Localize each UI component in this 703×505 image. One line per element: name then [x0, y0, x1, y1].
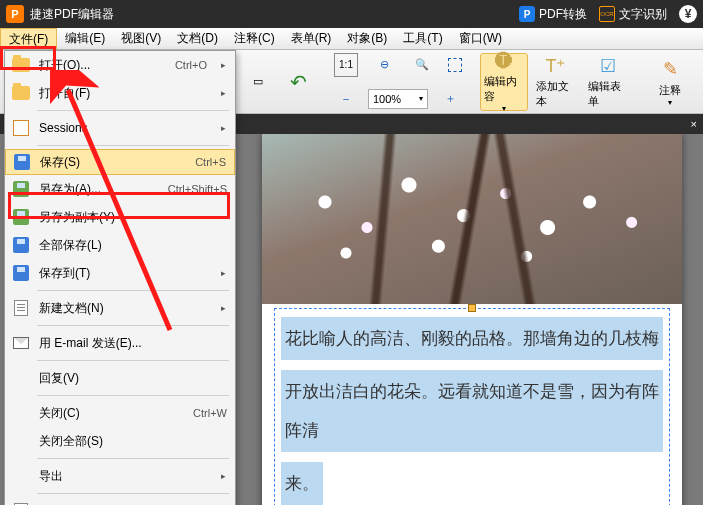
- menu-view[interactable]: 视图(V): [113, 28, 169, 49]
- menu-tools[interactable]: 工具(T): [395, 28, 450, 49]
- toolbar-selection-icon[interactable]: ▭: [240, 67, 276, 97]
- pdf-convert-icon: P: [519, 6, 535, 22]
- menu-new-doc[interactable]: 新建文档(N) ▸: [5, 294, 235, 322]
- save-icon: [14, 154, 30, 170]
- menu-save-all[interactable]: 全部保存(L): [5, 231, 235, 259]
- document-image: [262, 134, 682, 304]
- zoom-plus-icon[interactable]: ＋: [434, 84, 466, 114]
- document-view[interactable]: 花比喻人的高洁、刚毅的品格。那墙角边的几枝梅 开放出洁白的花朵。远看就知道不是雪…: [240, 134, 703, 505]
- mail-icon: [13, 337, 29, 349]
- text-line[interactable]: 花比喻人的高洁、刚毅的品格。那墙角边的几枝梅: [281, 317, 663, 360]
- menu-form[interactable]: 表单(R): [283, 28, 340, 49]
- edit-form-button[interactable]: ☑ 编辑表单: [584, 53, 632, 111]
- save-all-icon: [13, 237, 29, 253]
- menu-document[interactable]: 文档(D): [169, 28, 226, 49]
- edit-content-button[interactable]: 🅣 编辑内容 ▾: [480, 53, 528, 111]
- menu-revert[interactable]: 回复(V): [5, 364, 235, 392]
- zoom-tool-icon[interactable]: 🔍: [406, 50, 438, 80]
- menu-object[interactable]: 对象(B): [339, 28, 395, 49]
- file-menu-dropdown: 打开(O)... Ctrl+O ▸ 打开自(F) ▸ Sessions ▸ 保存…: [4, 50, 236, 505]
- ocr-button[interactable]: OCR 文字识别: [599, 6, 667, 23]
- menu-export[interactable]: 导出 ▸: [5, 462, 235, 490]
- menu-file[interactable]: 文件(F): [0, 28, 57, 49]
- document-icon: [14, 300, 28, 316]
- menu-print[interactable]: 打印(P) Ctrl+P: [5, 497, 235, 505]
- add-text-button[interactable]: T⁺ 添加文本: [532, 53, 580, 111]
- menu-sessions[interactable]: Sessions ▸: [5, 114, 235, 142]
- selection-handle-icon[interactable]: [468, 304, 476, 312]
- fit-page-icon[interactable]: 1:1: [330, 50, 362, 80]
- menu-save-as[interactable]: 另存为(A)... Ctrl+Shift+S: [5, 175, 235, 203]
- pdf-convert-button[interactable]: P PDF转换: [519, 6, 587, 23]
- text-selection-frame[interactable]: 花比喻人的高洁、刚毅的品格。那墙角边的几枝梅 开放出洁白的花朵。远看就知道不是雪…: [274, 308, 670, 505]
- zoom-group: 1:1 ⊖ 🔍 − 100%▾ ＋: [330, 50, 466, 114]
- app-title: 捷速PDF编辑器: [30, 6, 114, 23]
- menu-open[interactable]: 打开(O)... Ctrl+O ▸: [5, 51, 235, 79]
- app-icon: P: [6, 5, 24, 23]
- menu-close[interactable]: 关闭(C) Ctrl+W: [5, 399, 235, 427]
- save-copy-icon: [13, 209, 29, 225]
- tab-close-icon[interactable]: ×: [691, 118, 697, 130]
- menu-open-from[interactable]: 打开自(F) ▸: [5, 79, 235, 107]
- save-as-icon: [13, 181, 29, 197]
- titlebar: P 捷速PDF编辑器 P PDF转换 OCR 文字识别 ¥: [0, 0, 703, 28]
- menu-save-to[interactable]: 保存到(T) ▸: [5, 259, 235, 287]
- zoom-out-icon[interactable]: ⊖: [368, 50, 400, 80]
- text-line[interactable]: 开放出洁白的花朵。远看就知道不是雪，因为有阵阵清: [281, 370, 663, 452]
- purchase-icon[interactable]: ¥: [679, 5, 697, 23]
- menu-window[interactable]: 窗口(W): [451, 28, 510, 49]
- zoom-minus-icon[interactable]: −: [330, 84, 362, 114]
- save-to-icon: [13, 265, 29, 281]
- menu-save-copy[interactable]: 另存为副本(Y): [5, 203, 235, 231]
- menu-save[interactable]: 保存(S) Ctrl+S: [5, 149, 235, 175]
- menu-edit[interactable]: 编辑(E): [57, 28, 113, 49]
- toolbar-undo-icon[interactable]: ↶: [280, 67, 316, 97]
- menubar: 文件(F) 编辑(E) 视图(V) 文档(D) 注释(C) 表单(R) 对象(B…: [0, 28, 703, 50]
- folder-icon: [12, 58, 30, 72]
- marquee-zoom-icon[interactable]: [444, 55, 466, 75]
- menu-comment[interactable]: 注释(C): [226, 28, 283, 49]
- folder-icon: [12, 86, 30, 100]
- menu-close-all[interactable]: 关闭全部(S): [5, 427, 235, 455]
- annotate-button[interactable]: ✎ 注释 ▾: [646, 53, 694, 111]
- text-line[interactable]: 来。: [281, 462, 323, 505]
- page: 花比喻人的高洁、刚毅的品格。那墙角边的几枝梅 开放出洁白的花朵。远看就知道不是雪…: [262, 134, 682, 505]
- sessions-icon: [13, 120, 29, 136]
- ocr-icon: OCR: [599, 6, 615, 22]
- zoom-input[interactable]: 100%▾: [368, 89, 428, 109]
- menu-send-email[interactable]: 用 E-mail 发送(E)...: [5, 329, 235, 357]
